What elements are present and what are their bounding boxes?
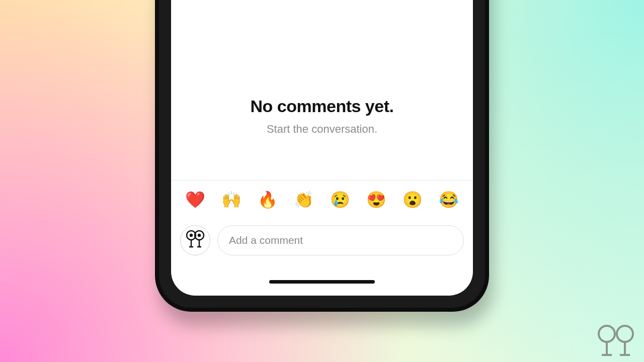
comment-input[interactable]: Add a comment: [217, 225, 464, 255]
empty-state-title: No comments yet.: [171, 97, 473, 116]
emoji-heart-eyes[interactable]: 😍: [359, 187, 393, 212]
avatar-icon: [185, 229, 206, 252]
emoji-joy[interactable]: 😂: [432, 187, 466, 212]
svg-point-8: [599, 326, 615, 342]
empty-state-subtitle: Start the conversation.: [171, 123, 473, 136]
emoji-bar: ❤️ 🙌 🔥 👏 😢 😍 😮 😂: [178, 187, 466, 212]
emoji-heart[interactable]: ❤️: [178, 187, 212, 212]
divider: [171, 180, 473, 180]
emoji-fire[interactable]: 🔥: [251, 187, 285, 212]
emoji-clap[interactable]: 👏: [287, 187, 321, 212]
comment-input-row: Add a comment: [180, 224, 464, 256]
home-indicator[interactable]: [269, 280, 375, 284]
emoji-crying[interactable]: 😢: [323, 187, 357, 212]
emoji-raising-hands[interactable]: 🙌: [214, 187, 249, 212]
phone-frame: No comments yet. Start the conversation.…: [155, 0, 489, 312]
svg-point-3: [198, 234, 201, 237]
comment-input-placeholder: Add a comment: [229, 234, 303, 246]
watermark-logo-icon: [595, 324, 637, 359]
svg-point-2: [190, 234, 193, 237]
phone-frame-inner: No comments yet. Start the conversation.…: [159, 0, 485, 308]
svg-point-9: [617, 326, 633, 342]
phone-screen: No comments yet. Start the conversation.…: [171, 0, 473, 296]
emoji-open-mouth[interactable]: 😮: [395, 187, 430, 212]
user-avatar[interactable]: [180, 225, 210, 255]
